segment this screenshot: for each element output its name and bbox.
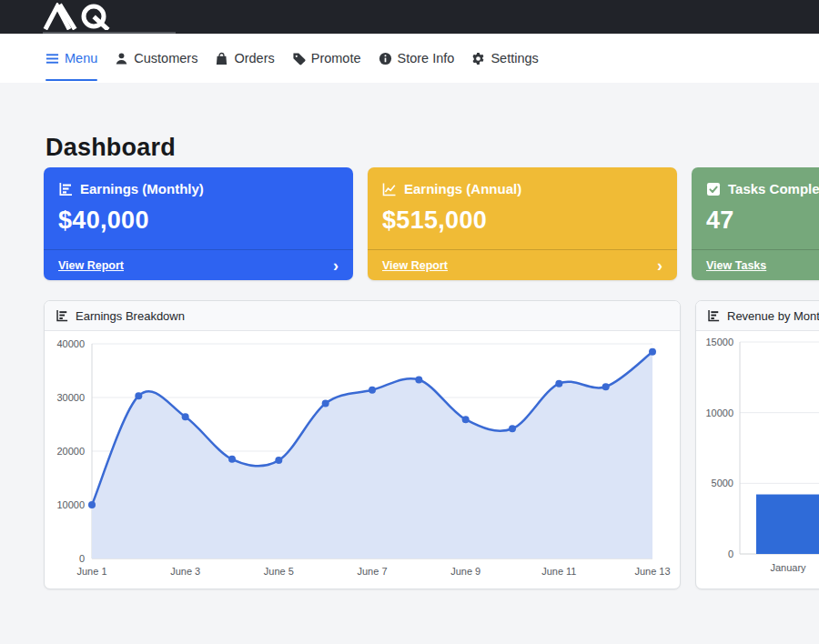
earnings-breakdown-card: Earnings Breakdown 010000200003000040000…	[44, 300, 681, 589]
bar-chart-icon	[707, 309, 720, 322]
svg-text:June 9: June 9	[450, 566, 480, 577]
svg-text:June 3: June 3	[170, 566, 200, 577]
nav-item-promote[interactable]: Promote	[292, 34, 361, 83]
svg-text:10000: 10000	[705, 408, 733, 418]
chevron-right-icon[interactable]: ›	[333, 257, 339, 274]
chevron-right-icon[interactable]: ›	[657, 257, 662, 274]
view-tasks-link[interactable]: View Tasks	[706, 259, 766, 272]
revenue-by-month-card: Revenue by Month 050001000015000January	[695, 300, 819, 589]
svg-text:20000: 20000	[56, 446, 85, 457]
bar-chart-icon	[58, 182, 73, 196]
stat-card-title: Earnings (Monthly)	[80, 181, 204, 196]
charts-row: Earnings Breakdown 010000200003000040000…	[44, 300, 819, 589]
nav-item-customers[interactable]: Customers	[115, 34, 197, 83]
bag-icon	[215, 52, 228, 65]
line-chart-icon	[382, 182, 397, 196]
view-report-link[interactable]: View Report	[58, 259, 124, 272]
app-logo[interactable]	[43, 3, 123, 30]
main-nav: Menu Customers Orders Promote Store Info…	[0, 34, 819, 83]
person-icon	[115, 52, 128, 65]
svg-text:15000: 15000	[705, 337, 733, 347]
svg-text:5000: 5000	[712, 478, 733, 488]
stat-card-value: $515,000	[382, 206, 662, 235]
gear-icon	[471, 52, 485, 65]
nav-item-store-info[interactable]: Store Info	[379, 34, 455, 83]
svg-text:40000: 40000	[56, 338, 85, 349]
stat-cards-row: Earnings (Monthly) $40,000 View Report ›…	[44, 167, 819, 280]
svg-text:June 13: June 13	[634, 566, 670, 577]
svg-text:June 7: June 7	[357, 566, 387, 577]
tag-icon	[292, 52, 306, 65]
topbar	[0, 0, 819, 34]
earnings-breakdown-chart[interactable]: 010000200003000040000June 1June 3June 5J…	[45, 331, 680, 589]
check-square-icon	[706, 182, 721, 196]
svg-text:January: January	[770, 562, 806, 573]
stat-card-title: Tasks Completed	[728, 181, 819, 196]
info-icon	[379, 52, 392, 65]
nav-item-label: Customers	[134, 51, 197, 65]
stat-card-earnings-annual: Earnings (Annual) $515,000 View Report ›	[368, 167, 677, 280]
nav-item-label: Settings	[490, 51, 538, 65]
stat-card-title: Earnings (Annual)	[404, 181, 521, 196]
hamburger-icon	[46, 52, 59, 65]
nav-item-settings[interactable]: Settings	[471, 34, 538, 83]
logo-mark-icon	[43, 3, 123, 30]
nav-item-menu[interactable]: Menu	[46, 34, 97, 83]
nav-item-orders[interactable]: Orders	[215, 34, 274, 83]
revenue-by-month-chart[interactable]: 050001000015000January	[696, 331, 819, 589]
svg-text:0: 0	[728, 548, 733, 559]
stat-card-tasks-completed: Tasks Completed 47 View Tasks ›	[692, 167, 819, 280]
svg-text:June 11: June 11	[541, 566, 576, 577]
stat-card-value: $40,000	[58, 206, 339, 235]
page-title: Dashboard	[46, 134, 819, 162]
chart-title: Earnings Breakdown	[76, 309, 185, 323]
stat-card-value: 47	[706, 206, 819, 235]
svg-text:10000: 10000	[56, 499, 85, 510]
svg-text:June 5: June 5	[264, 566, 294, 577]
nav-item-label: Menu	[65, 51, 97, 65]
svg-text:0: 0	[79, 553, 85, 564]
nav-item-label: Store Info	[398, 51, 455, 65]
nav-item-label: Promote	[311, 51, 361, 65]
svg-text:June 1: June 1	[76, 566, 106, 577]
view-report-link[interactable]: View Report	[382, 259, 448, 272]
bar-chart-icon	[56, 309, 68, 322]
nav-item-label: Orders	[234, 51, 274, 65]
chart-title: Revenue by Month	[727, 309, 819, 323]
stat-card-earnings-monthly: Earnings (Monthly) $40,000 View Report ›	[44, 167, 353, 280]
svg-text:30000: 30000	[56, 392, 85, 403]
